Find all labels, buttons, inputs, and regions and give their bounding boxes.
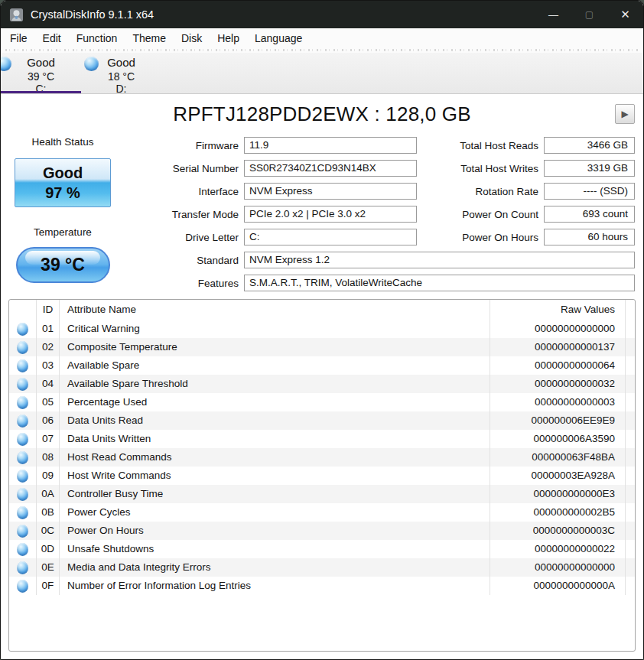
- status-orb-icon: [17, 488, 28, 501]
- table-row[interactable]: 0EMedia and Data Integrity Errors0000000…: [9, 558, 635, 577]
- field-value-standard: NVM Express 1.2: [244, 252, 635, 268]
- smart-rows: 01Critical Warning0000000000000002Compos…: [9, 320, 635, 595]
- field-value-firmware: 11.9: [244, 137, 417, 154]
- attribute-id: 0A: [36, 485, 60, 503]
- temperature-button[interactable]: 39 °C: [16, 247, 110, 283]
- menu-item-language[interactable]: Language: [247, 32, 310, 44]
- menu-bar: File Edit Function Theme Disk Help Langu…: [1, 28, 643, 48]
- column-tail: [625, 467, 635, 485]
- status-orb-icon: [17, 396, 28, 409]
- status-orb-icon: [17, 378, 28, 391]
- disk-temp-label: 18 °C: [81, 70, 161, 83]
- field-label-total-host-reads: Total Host Reads: [421, 140, 544, 151]
- field-value-serial-number: SS0R27340Z1CD93N14BX: [244, 160, 417, 177]
- table-row[interactable]: 03Available Spare00000000000064: [9, 356, 635, 375]
- drive-title: RPFTJ128PDD2EWX : 128,0 GB: [173, 102, 471, 126]
- disk-temp-label: 39 °C: [1, 70, 81, 83]
- table-row[interactable]: 08Host Read Commands000000063F48BA: [9, 448, 635, 467]
- maximize-button[interactable]: ▢: [571, 1, 607, 28]
- menu-item-edit[interactable]: Edit: [35, 32, 69, 44]
- status-orb-icon: [17, 341, 28, 354]
- table-row[interactable]: 0FNumber of Error Information Log Entrie…: [9, 577, 635, 595]
- table-row[interactable]: 09Host Write Commands00000003EA928A: [9, 467, 635, 485]
- next-drive-button[interactable]: ▶: [615, 104, 635, 124]
- status-orb-cell: [9, 540, 36, 558]
- menu-item-theme[interactable]: Theme: [125, 32, 174, 44]
- table-row[interactable]: 05Percentage Used00000000000003: [9, 393, 635, 411]
- disk-status-label: Good: [1, 56, 81, 70]
- health-status-value: Good: [43, 163, 83, 183]
- status-orb-icon: [17, 470, 28, 483]
- field-value-drive-letter: C:: [244, 229, 417, 245]
- status-orb-header: [9, 300, 36, 320]
- column-tail: [625, 411, 635, 430]
- status-orb-icon: [17, 525, 28, 538]
- attribute-raw-value: 00000000000000: [490, 558, 625, 577]
- attribute-id: 01: [36, 320, 60, 338]
- column-tail: [625, 448, 635, 467]
- column-tail: [625, 300, 635, 320]
- field-label-firmware: Firmware: [119, 140, 244, 151]
- menu-item-file[interactable]: File: [2, 32, 35, 44]
- attribute-raw-value: 00000000000000: [490, 320, 625, 338]
- attribute-raw-value: 00000000000022: [490, 540, 625, 558]
- attribute-name: Host Write Commands: [60, 467, 490, 485]
- menu-item-disk[interactable]: Disk: [174, 32, 210, 44]
- table-row[interactable]: 04Available Spare Threshold0000000000003…: [9, 375, 635, 393]
- menu-item-help[interactable]: Help: [210, 32, 247, 44]
- table-row[interactable]: 01Critical Warning00000000000000: [9, 320, 635, 338]
- table-row[interactable]: 0AController Busy Time000000000000E3: [9, 485, 635, 503]
- disk-tab-d[interactable]: Good 18 °C D:: [81, 53, 161, 93]
- status-orb-cell: [9, 393, 36, 411]
- attribute-name: Power Cycles: [60, 503, 490, 522]
- temperature-label: Temperature: [34, 226, 92, 238]
- table-row[interactable]: 0BPower Cycles000000000002B5: [9, 503, 635, 522]
- table-row[interactable]: 0CPower On Hours0000000000003C: [9, 522, 635, 540]
- table-empty-area: [9, 595, 635, 651]
- disk-letter-label: C:: [1, 83, 81, 94]
- attribute-id: 0D: [36, 540, 60, 558]
- field-value-rotation-rate: ---- (SSD): [544, 183, 635, 200]
- attribute-id: 0C: [36, 522, 60, 540]
- temperature-value: 39 °C: [41, 255, 85, 275]
- close-button[interactable]: ✕: [607, 1, 643, 28]
- status-orb-cell: [9, 320, 36, 338]
- attribute-id: 04: [36, 375, 60, 393]
- smart-attributes-table: ID Attribute Name Raw Values 01Critical …: [8, 299, 636, 652]
- minimize-button[interactable]: —: [535, 1, 571, 28]
- status-orb-icon: [17, 580, 28, 593]
- field-value-features: S.M.A.R.T., TRIM, VolatileWriteCache: [244, 275, 635, 291]
- attribute-id: 0F: [36, 577, 60, 595]
- attribute-id: 07: [36, 430, 60, 448]
- table-row[interactable]: 0DUnsafe Shutdowns00000000000022: [9, 540, 635, 558]
- attribute-raw-value: 0000000000000A: [490, 577, 625, 595]
- field-label-standard: Standard: [119, 255, 244, 266]
- table-row[interactable]: 06Data Units Read000000006EE9E9: [9, 411, 635, 430]
- field-value-power-on-count: 693 count: [544, 206, 635, 223]
- status-orb-cell: [9, 338, 36, 356]
- menu-item-function[interactable]: Function: [69, 32, 125, 44]
- status-orb-icon: [17, 359, 28, 372]
- attribute-name: Controller Busy Time: [60, 485, 490, 503]
- column-tail: [625, 522, 635, 540]
- status-orb-icon: [17, 415, 28, 428]
- column-tail: [625, 430, 635, 448]
- status-orb-cell: [9, 577, 36, 595]
- attribute-id: 09: [36, 467, 60, 485]
- attribute-name: Available Spare Threshold: [60, 375, 490, 393]
- health-status-label: Health Status: [31, 136, 93, 148]
- window-title: CrystalDiskInfo 9.1.1 x64: [31, 8, 154, 21]
- status-orb-cell: [9, 430, 36, 448]
- table-row[interactable]: 07Data Units Written000000006A3590: [9, 430, 635, 448]
- status-orb-cell: [9, 503, 36, 522]
- attribute-id: 06: [36, 411, 60, 430]
- attribute-name: Data Units Read: [60, 411, 490, 430]
- table-row[interactable]: 02Composite Temperature00000000000137: [9, 338, 635, 356]
- field-label-serial-number: Serial Number: [119, 163, 244, 174]
- table-header-row: ID Attribute Name Raw Values: [9, 300, 635, 320]
- health-status-button[interactable]: Good 97 %: [15, 158, 111, 207]
- status-orb-cell: [9, 522, 36, 540]
- column-tail: [625, 356, 635, 375]
- disk-tab-c[interactable]: Good 39 °C C:: [1, 53, 81, 93]
- field-label-power-on-hours: Power On Hours: [421, 232, 544, 243]
